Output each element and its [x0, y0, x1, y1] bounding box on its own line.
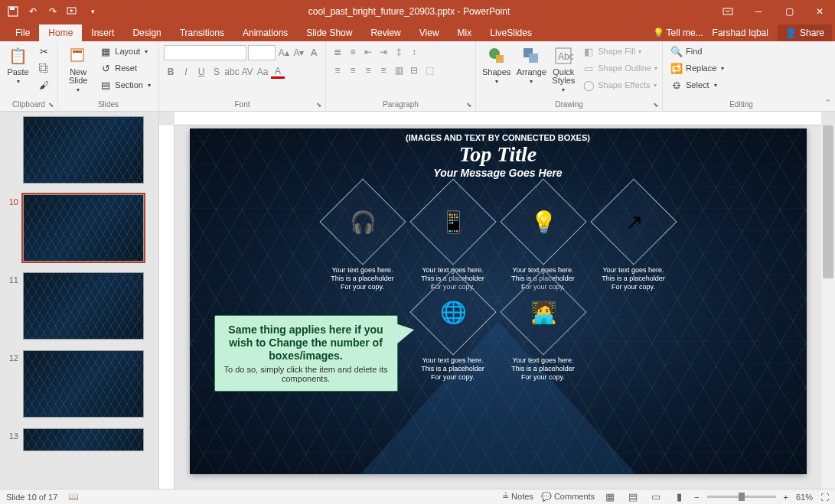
slide-title[interactable]: Top Title — [190, 142, 807, 167]
spell-check-icon[interactable]: 📖 — [68, 492, 79, 502]
minimize-icon[interactable]: ─ — [743, 0, 774, 23]
tab-transitions[interactable]: Transitions — [171, 24, 233, 41]
font-launcher[interactable]: ⬊ — [315, 100, 324, 109]
increase-indent-button[interactable]: ⇥ — [377, 45, 390, 59]
thumbnail-13[interactable] — [23, 428, 144, 451]
tab-liveslides[interactable]: LiveSlides — [481, 24, 541, 41]
zoom-level[interactable]: 61% — [796, 493, 813, 502]
diamond-6[interactable]: 🧑‍💻 — [500, 268, 586, 355]
tab-design[interactable]: Design — [123, 24, 170, 41]
diamond-5[interactable]: 🌐 — [409, 268, 496, 355]
zoom-slider[interactable] — [707, 496, 776, 498]
smartart-button[interactable]: ⬚ — [422, 63, 436, 77]
line-spacing-button[interactable]: ‡ — [392, 45, 406, 59]
collapse-ribbon-button[interactable]: ⌃ — [820, 41, 835, 111]
strike-button[interactable]: S — [210, 65, 223, 79]
redo-icon[interactable]: ↷ — [44, 3, 61, 20]
zoom-out-button[interactable]: − — [694, 493, 699, 502]
slide-subtitle-bottom[interactable]: Your Message Goes Here — [190, 167, 807, 179]
thumbnail-12[interactable] — [23, 350, 144, 418]
placeholder-1[interactable]: Your text goes here.This is a placeholde… — [321, 266, 405, 291]
reset-button[interactable]: ↺Reset — [96, 60, 154, 76]
italic-button[interactable]: I — [179, 65, 193, 79]
ribbon-options-icon[interactable] — [713, 0, 743, 23]
horizontal-ruler[interactable] — [175, 112, 821, 125]
vertical-scrollbar[interactable] — [821, 125, 835, 489]
bold-button[interactable]: B — [164, 65, 178, 79]
columns-button[interactable]: ▥ — [392, 63, 406, 77]
section-button[interactable]: ▤Section▾ — [96, 77, 154, 93]
new-slide-button[interactable]: New Slide ▾ — [63, 44, 93, 95]
notes-button[interactable]: ≟ Notes — [502, 492, 533, 502]
spacing-button[interactable]: AV — [240, 65, 254, 79]
underline-button[interactable]: U — [194, 65, 208, 79]
start-from-beginning-icon[interactable] — [64, 3, 81, 20]
comments-button[interactable]: 💬 Comments — [541, 492, 595, 502]
align-left-button[interactable]: ≡ — [331, 63, 344, 77]
tab-home[interactable]: Home — [39, 24, 82, 41]
slide-indicator[interactable]: Slide 10 of 17 — [6, 493, 57, 502]
shape-effects-button[interactable]: ◯Shape Effects▾ — [579, 77, 660, 93]
thumbnail-panel[interactable]: 10 11 12 13 — [0, 112, 159, 489]
qa-customize-icon[interactable]: ▾ — [84, 3, 101, 20]
layout-button[interactable]: ▦Layout▾ — [96, 44, 154, 59]
replace-button[interactable]: 🔁Replace▾ — [667, 60, 815, 76]
copy-button[interactable]: ⿻ — [34, 60, 53, 76]
align-center-button[interactable]: ≡ — [346, 63, 360, 77]
decrease-font-icon[interactable]: A▾ — [292, 46, 306, 60]
thumbnail-11[interactable] — [23, 272, 144, 340]
close-icon[interactable]: ✕ — [804, 0, 835, 23]
user-name[interactable]: Farshad Iqbal — [706, 28, 775, 38]
save-icon[interactable] — [5, 3, 21, 20]
tab-file[interactable]: File — [6, 24, 39, 41]
quick-styles-button[interactable]: Abc Quick Styles▾ — [550, 44, 576, 95]
bullets-button[interactable]: ≣ — [331, 45, 344, 59]
paste-button[interactable]: 📋 Paste ▾ — [5, 44, 31, 86]
thumbnail-10[interactable] — [23, 194, 144, 262]
maximize-icon[interactable]: ▢ — [774, 0, 804, 23]
tab-view[interactable]: View — [410, 24, 448, 41]
tab-animations[interactable]: Animations — [233, 24, 297, 41]
font-size-combo[interactable] — [248, 45, 276, 60]
diamond-1[interactable]: 🎧 — [319, 178, 406, 265]
tell-me[interactable]: 💡 Tell me... — [653, 28, 703, 38]
tab-mix[interactable]: Mix — [448, 24, 481, 41]
font-color-button[interactable]: A — [271, 65, 285, 79]
justify-button[interactable]: ≡ — [377, 63, 390, 77]
normal-view-icon[interactable]: ▦ — [602, 491, 618, 503]
shadow-button[interactable]: abc — [225, 65, 239, 79]
shapes-button[interactable]: Shapes▾ — [481, 44, 512, 86]
align-right-button[interactable]: ≡ — [361, 63, 375, 77]
scrollbar-thumb[interactable] — [823, 125, 833, 278]
font-family-combo[interactable] — [164, 45, 246, 60]
fit-to-window-icon[interactable]: ⛶ — [820, 493, 829, 502]
share-button[interactable]: 👤 Share — [778, 24, 832, 41]
reading-view-icon[interactable]: ▭ — [648, 491, 664, 503]
diamond-2[interactable]: 📱 — [409, 178, 496, 265]
select-button[interactable]: ⯐Select▾ — [667, 77, 815, 93]
cut-button[interactable]: ✂ — [34, 44, 53, 59]
tab-slideshow[interactable]: Slide Show — [297, 24, 361, 41]
placeholder-5[interactable]: Your text goes here.This is a placeholde… — [411, 356, 495, 381]
undo-icon[interactable]: ↶ — [24, 3, 41, 20]
format-painter-button[interactable]: 🖌 — [34, 77, 53, 93]
align-text-button[interactable]: ⊟ — [407, 63, 421, 77]
paragraph-launcher[interactable]: ⬊ — [465, 100, 474, 109]
diamond-4[interactable]: ↗ — [590, 178, 677, 265]
arrange-button[interactable]: Arrange▾ — [515, 44, 547, 86]
decrease-indent-button[interactable]: ⇤ — [361, 45, 375, 59]
clipboard-launcher[interactable]: ⬊ — [47, 100, 56, 109]
numbering-button[interactable]: ≡ — [346, 45, 360, 59]
shape-outline-button[interactable]: ▭Shape Outline▾ — [579, 60, 660, 76]
shape-fill-button[interactable]: ◧Shape Fill▾ — [579, 44, 660, 59]
placeholder-6[interactable]: Your text goes here.This is a placeholde… — [501, 356, 585, 381]
tab-review[interactable]: Review — [361, 24, 409, 41]
case-button[interactable]: Aa — [256, 65, 269, 79]
text-direction-button[interactable]: ↕ — [407, 45, 421, 59]
sorter-view-icon[interactable]: ▤ — [625, 491, 641, 503]
thumbnail-9[interactable] — [23, 116, 144, 184]
slide-subtitle-top[interactable]: (IMAGES AND TEXT BY CONNECTED BOXES) — [190, 133, 807, 142]
slide[interactable]: (IMAGES AND TEXT BY CONNECTED BOXES) Top… — [190, 128, 807, 474]
find-button[interactable]: 🔍Find — [667, 44, 815, 59]
diamond-3[interactable]: 💡 — [500, 178, 586, 265]
